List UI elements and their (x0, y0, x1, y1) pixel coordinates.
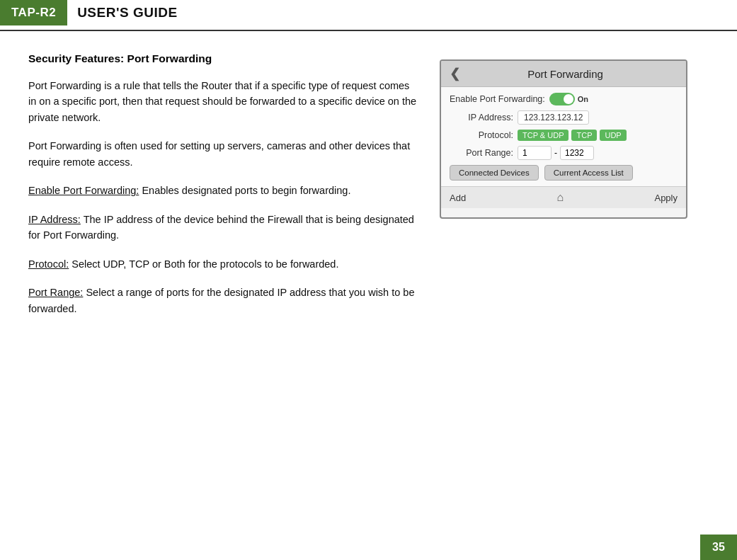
ip-address-block: IP Address: The IP address of the device… (28, 212, 418, 244)
protocol-label: Protocol: (28, 258, 69, 270)
device-enable-label: Enable Port Forwarding: (450, 94, 545, 104)
device-title: Port Forwarding (467, 68, 678, 80)
port-range-label: Port Range: (28, 287, 83, 298)
port-range-dash: - (554, 148, 557, 158)
main-content: Security Features: Port Forwarding Port … (0, 31, 737, 329)
protocol-udp-button[interactable]: UDP (600, 130, 626, 141)
device-protocol-row: Protocol: TCP & UDP TCP UDP (450, 130, 678, 141)
back-arrow-icon[interactable]: ❮ (450, 66, 460, 81)
current-access-list-button[interactable]: Current Access List (544, 165, 633, 181)
protocol-text: Select UDP, TCP or Both for the protocol… (72, 258, 338, 270)
home-icon[interactable]: ⌂ (556, 191, 564, 204)
device-enable-row: Enable Port Forwarding: On (450, 93, 678, 105)
add-button[interactable]: Add (450, 193, 466, 203)
device-port-range-label: Port Range: (450, 148, 513, 158)
enable-port-forwarding-label: Enable Port Forwarding: (28, 185, 139, 196)
page-header: TAP-R2 USER'S GUIDE (0, 0, 737, 31)
device-port-range-row: Port Range: 1 - 1232 (450, 146, 678, 160)
apply-button[interactable]: Apply (654, 193, 678, 203)
enable-port-forwarding-text: Enables designated ports to begin forwar… (142, 185, 350, 196)
device-ip-row: IP Address: 123.123.123.12 (450, 110, 678, 125)
port-range-inputs: 1 - 1232 (518, 146, 594, 160)
device-header: ❮ Port Forwarding (441, 61, 686, 87)
device-ip-label: IP Address: (450, 113, 513, 122)
device-footer: Add ⌂ Apply (441, 186, 686, 208)
device-ui-mockup: ❮ Port Forwarding Enable Port Forwarding… (440, 59, 687, 219)
protocol-block: Protocol: Select UDP, TCP or Both for th… (28, 256, 418, 272)
paragraph-1: Port Forwarding is a rule that tells the… (28, 78, 418, 125)
section-title: Security Features: Port Forwarding (28, 52, 418, 65)
port-range-block: Port Range: Select a range of ports for … (28, 285, 418, 316)
enable-toggle[interactable] (549, 93, 575, 105)
guide-title: USER'S GUIDE (67, 5, 177, 21)
text-column: Security Features: Port Forwarding Port … (28, 52, 418, 329)
page-number: 35 (700, 535, 737, 560)
connected-devices-button[interactable]: Connected Devices (450, 165, 539, 181)
enable-port-forwarding-block: Enable Port Forwarding: Enables designat… (28, 183, 418, 198)
port-range-text: Select a range of ports for the designat… (28, 287, 414, 314)
device-protocol-label: Protocol: (450, 130, 513, 140)
port-start-input[interactable]: 1 (518, 146, 552, 160)
toggle-container[interactable]: On (549, 93, 588, 105)
ip-address-text: The IP address of the device behind the … (28, 214, 414, 241)
protocol-buttons: TCP & UDP TCP UDP (518, 130, 627, 141)
device-body: Enable Port Forwarding: On IP Address: 1… (441, 87, 686, 186)
port-end-input[interactable]: 1232 (560, 146, 594, 160)
protocol-tcp-udp-button[interactable]: TCP & UDP (518, 130, 569, 141)
protocol-tcp-button[interactable]: TCP (571, 130, 597, 141)
brand-label: TAP-R2 (0, 0, 67, 25)
paragraph-2: Port Forwarding is often used for settin… (28, 138, 418, 170)
ip-address-label: IP Address: (28, 214, 81, 225)
toggle-on-label: On (578, 95, 588, 103)
device-ip-value[interactable]: 123.123.123.12 (518, 110, 589, 125)
device-action-buttons: Connected Devices Current Access List (450, 165, 678, 181)
right-column: ❮ Port Forwarding Enable Port Forwarding… (440, 52, 709, 329)
